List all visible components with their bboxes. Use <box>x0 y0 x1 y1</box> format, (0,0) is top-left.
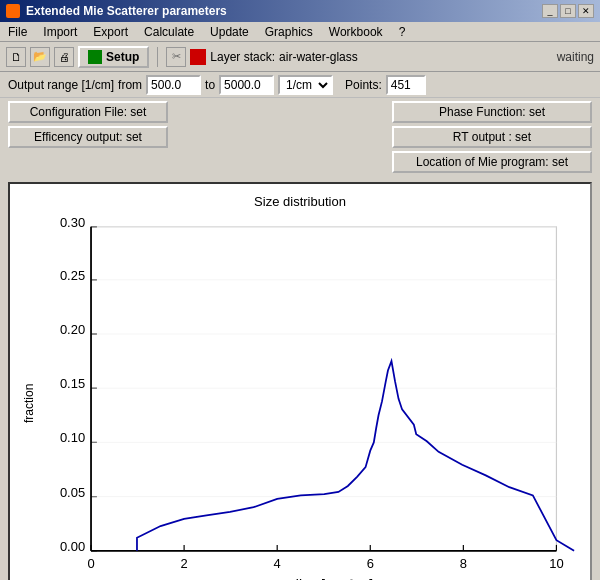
svg-text:8: 8 <box>460 556 467 571</box>
toolbar-separator <box>157 47 158 67</box>
points-label: Points: <box>345 78 382 92</box>
to-label: to <box>205 78 215 92</box>
svg-text:0.25: 0.25 <box>60 268 85 283</box>
chart-container: Size distribution fraction 0.00 <box>0 176 600 580</box>
open-icon[interactable]: 📂 <box>30 47 50 67</box>
unit-select[interactable]: 1/cm <box>278 75 333 95</box>
print-icon[interactable]: 🖨 <box>54 47 74 67</box>
mie-location-button[interactable]: Location of Mie program: set <box>392 151 592 173</box>
layer-stack-label: Layer stack: <box>210 50 275 64</box>
minimize-button[interactable]: _ <box>542 4 558 18</box>
rt-output-button[interactable]: RT output : set <box>392 126 592 148</box>
setup-icon <box>88 50 102 64</box>
main-content: File Import Export Calculate Update Grap… <box>0 22 600 580</box>
window-title: Extended Mie Scatterer parameters <box>26 4 227 18</box>
layer-stack-value: air-water-glass <box>279 50 358 64</box>
menu-help[interactable]: ? <box>395 25 410 39</box>
svg-text:4: 4 <box>274 556 281 571</box>
left-config-btns: Configuration File: set Efficency output… <box>8 101 168 148</box>
points-input[interactable] <box>386 75 426 95</box>
svg-text:0.30: 0.30 <box>60 215 85 230</box>
right-config-btns: Phase Function: set RT output : set Loca… <box>392 101 592 173</box>
maximize-button[interactable]: □ <box>560 4 576 18</box>
config-buttons-area: Configuration File: set Efficency output… <box>0 98 600 176</box>
svg-text:0.00: 0.00 <box>60 539 85 554</box>
svg-text:10: 10 <box>549 556 563 571</box>
app-icon <box>6 4 20 18</box>
output-range-label: Output range [1/cm] <box>8 78 114 92</box>
chart-title: Size distribution <box>20 194 580 209</box>
stop-icon[interactable] <box>190 49 206 65</box>
params-row: Output range [1/cm] from to 1/cm Points: <box>0 72 600 98</box>
svg-rect-0 <box>91 227 556 551</box>
menu-update[interactable]: Update <box>206 25 253 39</box>
window-controls: _ □ ✕ <box>542 4 594 18</box>
title-bar: Extended Mie Scatterer parameters _ □ ✕ <box>0 0 600 22</box>
menu-export[interactable]: Export <box>89 25 132 39</box>
svg-text:0.10: 0.10 <box>60 430 85 445</box>
to-input[interactable] <box>219 75 274 95</box>
efficiency-output-button[interactable]: Efficency output: set <box>8 126 168 148</box>
chart-inner: Size distribution fraction 0.00 <box>8 182 592 580</box>
svg-text:2: 2 <box>180 556 187 571</box>
menu-import[interactable]: Import <box>39 25 81 39</box>
config-file-button[interactable]: Configuration File: set <box>8 101 168 123</box>
phase-function-button[interactable]: Phase Function: set <box>392 101 592 123</box>
menu-graphics[interactable]: Graphics <box>261 25 317 39</box>
y-axis-label: fraction <box>20 215 38 580</box>
close-button[interactable]: ✕ <box>578 4 594 18</box>
svg-text:0.15: 0.15 <box>60 376 85 391</box>
menu-calculate[interactable]: Calculate <box>140 25 198 39</box>
menu-file[interactable]: File <box>4 25 31 39</box>
svg-text:0: 0 <box>87 556 94 571</box>
new-icon[interactable]: 🗋 <box>6 47 26 67</box>
svg-text:0.05: 0.05 <box>60 485 85 500</box>
setup-button[interactable]: Setup <box>78 46 149 68</box>
menu-bar: File Import Export Calculate Update Grap… <box>0 22 600 42</box>
toolbar: 🗋 📂 🖨 Setup ✂ Layer stack: air-water-gla… <box>0 42 600 72</box>
svg-text:6: 6 <box>367 556 374 571</box>
from-label: from <box>118 78 142 92</box>
controls-section: File Import Export Calculate Update Grap… <box>0 22 600 176</box>
chart-svg: 0.00 0.05 0.10 0.15 <box>38 215 580 580</box>
from-input[interactable] <box>146 75 201 95</box>
status-text: waiting <box>557 50 594 64</box>
svg-text:0.20: 0.20 <box>60 322 85 337</box>
edit-icon[interactable]: ✂ <box>166 47 186 67</box>
menu-workbook[interactable]: Workbook <box>325 25 387 39</box>
